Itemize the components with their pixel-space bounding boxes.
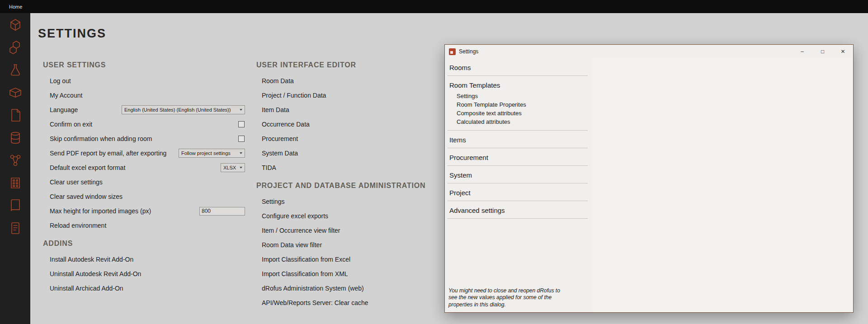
project-function-data-row: Project / Function Data [256, 88, 473, 103]
configure-excel-exports-link[interactable]: Configure excel exports [262, 212, 328, 220]
flask-icon[interactable] [5, 61, 25, 79]
configure-excel-exports-row: Configure excel exports [256, 209, 473, 223]
import-classification-excel-row: Import Classification from Excel [256, 252, 473, 267]
uninstall-archicad-addon-link[interactable]: Uninstall Archicad Add-On [50, 285, 123, 292]
nav-group-procurement: Procurement [448, 148, 588, 166]
clipboard-icon[interactable] [5, 219, 25, 237]
language-dropdown[interactable]: English (United States) (English (United… [122, 105, 245, 114]
skip-confirmation-checkbox[interactable] [238, 136, 245, 142]
user-settings-column: USER SETTINGS Log out My Account Languag… [43, 61, 245, 296]
occurrence-network-icon[interactable] [5, 151, 25, 169]
close-button[interactable]: ✕ [833, 45, 853, 58]
top-bar: Home [0, 0, 868, 13]
drofus-admin-system-link[interactable]: dRofus Administration System (web) [262, 285, 364, 292]
nav-item-procurement[interactable]: Procurement [449, 154, 588, 161]
assembly-cube-icon[interactable] [5, 38, 25, 56]
system-data-link[interactable]: System Data [262, 150, 298, 157]
room-data-link[interactable]: Room Data [262, 77, 294, 85]
dialog-titlebar[interactable]: Settings – □ ✕ [445, 45, 853, 58]
item-occurrence-view-filter-link[interactable]: Item / Occurrence view filter [262, 227, 340, 234]
tida-link[interactable]: TIDA [262, 164, 276, 171]
app-sidebar [0, 13, 30, 324]
nav-item-items[interactable]: Items [449, 136, 588, 144]
package-icon[interactable] [5, 84, 25, 102]
book-icon[interactable] [5, 197, 25, 215]
language-row: Language English (United States) (Englis… [43, 103, 245, 117]
occurrence-data-row: Occurrence Data [256, 117, 473, 131]
my-account-row: My Account [43, 88, 245, 103]
uninstall-archicad-addon-row: Uninstall Archicad Add-On [43, 281, 245, 296]
nav-group-advanced-settings: Advanced settings [448, 201, 588, 219]
nav-subitem-settings[interactable]: Settings [449, 92, 588, 100]
confirm-on-exit-label: Confirm on exit [50, 121, 92, 128]
nav-subitem-composite-text-attributes[interactable]: Composite text attributes [449, 109, 588, 117]
ui-editor-column: USER INTERFACE EDITOR Room Data Project … [256, 61, 473, 310]
import-classification-excel-link[interactable]: Import Classification from Excel [262, 256, 350, 263]
admin-header: PROJECT AND DATABASE ADMINISTRATION [256, 181, 473, 190]
room-data-view-filter-link[interactable]: Room Data view filter [262, 241, 322, 249]
excel-format-dropdown-value: XLSX [223, 165, 236, 170]
nav-group-rooms: Rooms [448, 62, 588, 76]
nav-item-project[interactable]: Project [449, 189, 588, 197]
nav-group-project: Project [448, 183, 588, 201]
clear-cache-link[interactable]: API/Web/Reports Server: Clear cache [262, 299, 368, 306]
system-data-row: System Data [256, 146, 473, 160]
clear-saved-window-sizes-link[interactable]: Clear saved window sizes [50, 193, 123, 200]
addins-header: ADDINS [43, 239, 245, 248]
import-classification-xml-link[interactable]: Import Classification from XML [262, 270, 348, 277]
admin-settings-row: Settings [256, 194, 473, 209]
reload-environment-row: Reload environment [43, 218, 245, 233]
nav-item-system[interactable]: System [449, 171, 588, 179]
send-pdf-dropdown[interactable]: Follow project settings [179, 149, 245, 158]
model-cube-icon[interactable] [5, 16, 25, 34]
my-account-link[interactable]: My Account [50, 92, 82, 99]
dialog-title: Settings [459, 48, 792, 55]
nav-group-items: Items [448, 131, 588, 148]
logout-row: Log out [43, 74, 245, 88]
occurrence-data-link[interactable]: Occurrence Data [262, 121, 310, 128]
home-tab[interactable]: Home [0, 4, 31, 9]
maximize-button[interactable]: □ [812, 45, 833, 58]
clear-saved-window-sizes-row: Clear saved window sizes [43, 189, 245, 204]
chevron-down-icon [240, 152, 242, 154]
building-grid-icon[interactable] [5, 174, 25, 192]
excel-format-label: Default excel export format [50, 164, 125, 171]
tida-row: TIDA [256, 160, 473, 175]
item-occurrence-view-filter-row: Item / Occurrence view filter [256, 223, 473, 238]
excel-format-dropdown[interactable]: XLSX [221, 163, 245, 172]
nav-item-advanced-settings[interactable]: Advanced settings [449, 207, 588, 214]
nav-subitem-room-template-properties[interactable]: Room Template Properites [449, 100, 588, 109]
dialog-body: Rooms Room Templates Settings Room Templ… [445, 58, 853, 312]
admin-settings-link[interactable]: Settings [262, 198, 285, 205]
room-data-view-filter-row: Room Data view filter [256, 238, 473, 252]
project-function-data-link[interactable]: Project / Function Data [262, 92, 326, 99]
page-title: SETTINGS [38, 27, 106, 41]
logout-link[interactable]: Log out [50, 77, 71, 85]
nav-group-system: System [448, 166, 588, 183]
uninstall-revit-addon-link[interactable]: Uninstall Autodesk Revit Add-On [50, 270, 141, 277]
nav-subitem-calculated-attributes[interactable]: Calculated attributes [449, 117, 588, 126]
reload-environment-link[interactable]: Reload environment [50, 222, 106, 229]
dialog-note: You might need to close and reopen dRofu… [448, 287, 565, 309]
procurement-link[interactable]: Procurement [262, 135, 298, 142]
drofus-admin-system-row: dRofus Administration System (web) [256, 281, 473, 296]
install-revit-addon-link[interactable]: Install Autodesk Revit Add-On [50, 256, 133, 263]
minimize-button[interactable]: – [792, 45, 812, 58]
install-revit-addon-row: Install Autodesk Revit Add-On [43, 252, 245, 267]
send-pdf-row: Send PDF report by email, after exportin… [43, 146, 245, 160]
room-data-row: Room Data [256, 74, 473, 88]
nav-item-rooms[interactable]: Rooms [449, 64, 588, 71]
database-icon[interactable] [5, 129, 25, 147]
language-dropdown-value: English (United States) (English (United… [124, 107, 231, 113]
user-settings-header: USER SETTINGS [43, 61, 245, 70]
confirm-on-exit-checkbox[interactable] [238, 121, 245, 127]
clear-user-settings-link[interactable]: Clear user settings [50, 178, 103, 186]
send-pdf-dropdown-value: Follow project settings [181, 150, 231, 156]
settings-dialog: Settings – □ ✕ Rooms Room Templates Sett… [444, 44, 854, 313]
item-data-link[interactable]: Item Data [262, 106, 289, 113]
document-icon[interactable] [5, 106, 25, 124]
chevron-down-icon [240, 109, 242, 111]
confirm-on-exit-row: Confirm on exit [43, 117, 245, 131]
max-height-input[interactable] [199, 207, 245, 216]
nav-item-room-templates[interactable]: Room Templates [449, 81, 588, 89]
